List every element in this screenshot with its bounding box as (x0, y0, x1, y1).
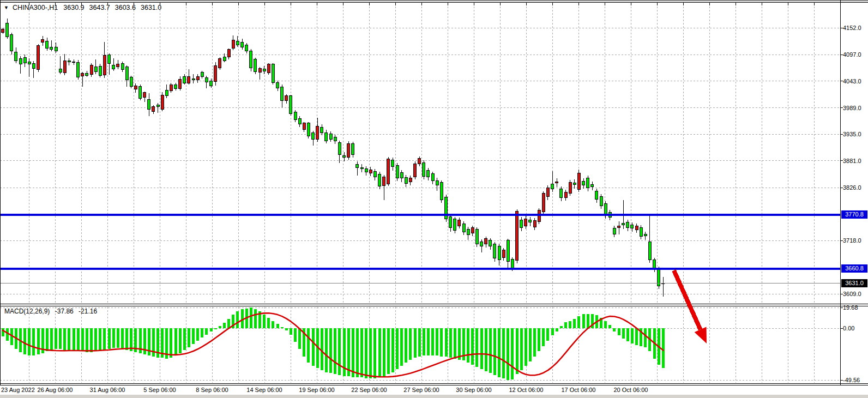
frame-layer (0, 0, 868, 385)
candle (587, 176, 589, 192)
macd-histogram-bar (90, 328, 93, 352)
symbol-dropdown-icon[interactable]: ▼ (4, 4, 9, 11)
macd-histogram-bar (471, 328, 474, 365)
time-axis-label: 8 Sep 06:00 (196, 387, 228, 393)
candle-body (254, 59, 257, 71)
candle (618, 221, 620, 234)
macd-histogram-bar (365, 328, 367, 378)
candle (152, 105, 155, 114)
macd-histogram-bar (59, 328, 62, 349)
candle-body (511, 259, 514, 268)
candle (591, 182, 594, 190)
macd-histogram-bar (6, 328, 9, 341)
candle (325, 130, 328, 143)
candle (108, 53, 111, 75)
candle (148, 93, 150, 116)
candle-body (290, 95, 292, 113)
candle-body (467, 229, 469, 234)
candle-body (23, 58, 26, 63)
candle (604, 201, 607, 218)
candle-body (564, 192, 567, 198)
candle (582, 178, 585, 189)
macd-histogram-bar (63, 328, 66, 350)
macd-histogram-bar (409, 328, 412, 360)
macd-histogram-bar (170, 328, 172, 358)
chart-canvas[interactable] (0, 0, 868, 398)
macd-histogram-bar (196, 328, 199, 341)
candle-body (365, 169, 367, 172)
macd-histogram-bar (290, 328, 292, 335)
trend-arrow[interactable] (674, 270, 707, 343)
candle (440, 180, 443, 203)
candle-body (582, 181, 585, 185)
candle (73, 59, 75, 65)
candle-body (418, 158, 421, 164)
candle (103, 42, 106, 78)
time-axis-label: 22 Sep 06:00 (351, 387, 387, 393)
macd-histogram-bar (352, 328, 354, 377)
macd-axis-label: 19.68 (843, 304, 858, 311)
time-axis-label: 20 Oct 06:00 (614, 387, 648, 393)
candle-body (192, 79, 195, 80)
candle (156, 103, 159, 113)
candle-body (81, 74, 84, 76)
candle-body (436, 180, 438, 185)
price-axis-label: 3989.0 (843, 104, 861, 112)
candle (564, 190, 567, 201)
candle-body (556, 182, 558, 183)
candle-body (378, 174, 381, 186)
indicator-label-row: MACD(12,26,9) -37.86 -21.16 (4, 307, 100, 315)
macd-histogram-bar (369, 328, 372, 378)
macd-histogram-bar (112, 328, 115, 348)
macd-histogram-bar (2, 328, 4, 336)
candle-body (63, 61, 66, 73)
macd-histogram-bar (312, 328, 315, 366)
macd-histogram-bar (108, 328, 111, 349)
macd-histogram-bar (125, 328, 128, 350)
macd-histogram-bar (551, 328, 554, 335)
candle (475, 227, 478, 247)
macd-histogram-bar (325, 328, 328, 372)
candle-body (219, 59, 221, 68)
candle-body (373, 171, 376, 177)
macd-axis-label: 0.00 (843, 324, 854, 332)
candle (290, 95, 292, 116)
candle (59, 56, 62, 74)
macd-histogram-bar (183, 328, 186, 350)
candle-body (214, 65, 217, 82)
arrow-shaft[interactable] (674, 270, 701, 329)
macd-histogram-bar (227, 319, 230, 328)
candle (23, 55, 26, 67)
candle (68, 58, 70, 65)
macd-histogram-bar (343, 328, 346, 376)
candle (467, 227, 469, 240)
candle (94, 59, 97, 74)
candle-body (640, 228, 642, 236)
macd-histogram-bar (23, 328, 26, 354)
macd-histogram-bar (68, 328, 70, 350)
mt4-chart-window: ▼ CHINA300-,H1 3630.9 3643.7 3603.6 3631… (0, 0, 868, 398)
candle-body (223, 57, 226, 61)
macd-histogram-bar (73, 328, 75, 351)
candle (183, 74, 186, 85)
macd-histogram-bar (516, 328, 519, 374)
candle-body (387, 159, 390, 184)
macd-histogram-bar (103, 328, 106, 350)
candle-body (227, 50, 230, 57)
candle-body (440, 182, 443, 200)
candle-body (423, 162, 425, 176)
candle (28, 58, 31, 77)
macd-histogram-bar (223, 323, 226, 328)
candle-body (99, 66, 101, 75)
candle-body (46, 41, 49, 48)
candle (352, 142, 354, 158)
candle (423, 160, 425, 179)
macd-histogram-bar (378, 328, 381, 377)
candle-body (409, 178, 412, 182)
candle (303, 122, 305, 132)
candle (188, 69, 190, 85)
macd-histogram-bar (618, 328, 620, 335)
candle-body (507, 240, 509, 262)
macd-histogram-bar (564, 322, 567, 328)
candle-body (205, 78, 208, 82)
